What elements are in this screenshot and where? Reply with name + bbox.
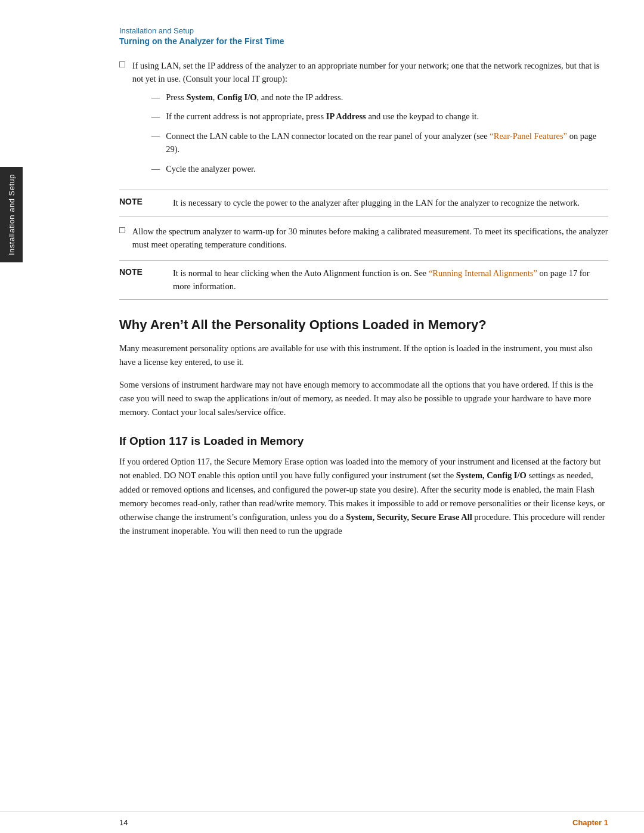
footer-chapter: Chapter 1 — [572, 818, 608, 827]
page-container: Installation and Setup Installation and … — [0, 0, 644, 833]
side-tab: Installation and Setup — [0, 167, 23, 262]
bullet-item-2: □ Allow the spectrum analyzer to warm-up… — [119, 225, 608, 252]
dash-item-2: — If the current address is not appropri… — [151, 110, 608, 123]
bullet-symbol-2: □ — [119, 225, 125, 236]
section-h2: Why Aren’t All the Personality Options L… — [119, 317, 608, 334]
note-2-label: NOTE — [119, 267, 173, 277]
dash-sym-3: — — [151, 129, 160, 143]
running-alignments-link[interactable]: “Running Internal Alignments” — [429, 268, 537, 278]
main-content: Installation and Setup Turning on the An… — [119, 0, 608, 582]
note-2: NOTE It is normal to hear clicking when … — [119, 260, 608, 300]
dash-text-2: If the current address is not appropriat… — [166, 110, 479, 123]
bullet-item-1: □ If using LAN, set the IP address of th… — [119, 59, 608, 181]
para-3: If you ordered Option 117, the Secure Me… — [119, 455, 608, 538]
para-2: Some versions of instrument hardware may… — [119, 378, 608, 420]
para-1: Many measurement personality options are… — [119, 342, 608, 369]
bullet-symbol-1: □ — [119, 59, 125, 70]
bullet-list-2: □ Allow the spectrum analyzer to warm-up… — [119, 225, 608, 252]
bullet-list: □ If using LAN, set the IP address of th… — [119, 59, 608, 181]
dash-text-1: Press System, Config I/O, and note the I… — [166, 91, 343, 104]
dash-sym-2: — — [151, 110, 160, 123]
rear-panel-link[interactable]: “Rear-Panel Features” — [490, 131, 567, 141]
bullet-text-1: If using LAN, set the IP address of the … — [132, 59, 608, 181]
dash-text-4: Cycle the analyzer power. — [166, 162, 256, 175]
footer-page-number: 14 — [119, 818, 128, 827]
side-tab-label: Installation and Setup — [7, 174, 16, 255]
footer: 14 Chapter 1 — [0, 812, 644, 833]
bullet-text-2: Allow the spectrum analyzer to warm-up f… — [132, 225, 608, 252]
dash-text-3: Connect the LAN cable to the LAN connect… — [166, 129, 608, 156]
dash-item-4: — Cycle the analyzer power. — [151, 162, 608, 175]
section-title: Turning on the Analyzer for the First Ti… — [119, 36, 608, 46]
dash-sym-4: — — [151, 162, 160, 175]
breadcrumb: Installation and Setup — [119, 26, 608, 35]
note-1: NOTE It is necessary to cycle the power … — [119, 190, 608, 216]
dash-item-1: — Press System, Config I/O, and note the… — [151, 91, 608, 104]
section-h3: If Option 117 is Loaded in Memory — [119, 435, 608, 448]
note-2-content: It is normal to hear clicking when the A… — [173, 267, 608, 293]
dash-list-1: — Press System, Config I/O, and note the… — [151, 91, 608, 175]
dash-sym-1: — — [151, 91, 160, 104]
note-1-label: NOTE — [119, 196, 173, 206]
note-1-content: It is necessary to cycle the power to th… — [173, 196, 608, 209]
dash-item-3: — Connect the LAN cable to the LAN conne… — [151, 129, 608, 156]
